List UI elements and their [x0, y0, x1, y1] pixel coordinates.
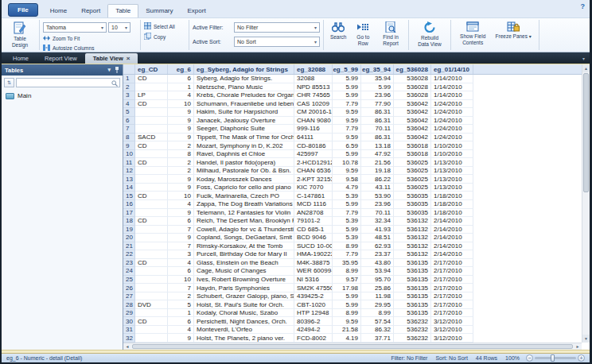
- grid-cell[interactable]: Ives, Robert Browning Overture: [194, 276, 294, 285]
- grid-cell[interactable]: 7.79: [333, 100, 361, 109]
- grid-cell[interactable]: CHAN 6536: [294, 167, 333, 176]
- grid-cell[interactable]: [135, 334, 168, 343]
- grid-cell[interactable]: CD: [135, 317, 168, 326]
- grid-cell[interactable]: [135, 226, 168, 234]
- grid-cell[interactable]: 2-HCD12912: [294, 158, 333, 167]
- zoom-in-button[interactable]: +: [578, 354, 585, 362]
- grid-cell[interactable]: [135, 167, 168, 176]
- grid-cell[interactable]: 13.18: [361, 141, 394, 150]
- grid-cell[interactable]: CM 20016-16: [294, 108, 333, 117]
- grid-cell[interactable]: 2/14/2010: [431, 226, 473, 234]
- ribbon-tab-table[interactable]: Table: [107, 4, 138, 17]
- grid-cell[interactable]: 9.59: [333, 108, 361, 117]
- grid-cell[interactable]: 9.59: [333, 117, 361, 126]
- grid-cell[interactable]: 536025: [394, 175, 431, 184]
- grid-cell[interactable]: CHR 74565: [294, 91, 333, 100]
- grid-cell[interactable]: 5.99: [333, 292, 361, 301]
- grid-row[interactable]: 267Haydn, Paris SymphoniesSM2K 4755017.9…: [123, 284, 582, 292]
- grid-cell[interactable]: 536025: [394, 184, 431, 192]
- row-number-cell[interactable]: 2: [123, 83, 135, 92]
- grid-cell[interactable]: 5: [168, 300, 194, 309]
- grid-cell[interactable]: 536028: [394, 75, 431, 83]
- grid-cell[interactable]: 25.86: [361, 284, 394, 292]
- grid-cell[interactable]: 536232: [394, 326, 431, 335]
- grid-row[interactable]: 69Janacek, Jealousy OvertureCHAN 90809.5…: [123, 117, 582, 126]
- help-icon[interactable]: ?: [581, 2, 586, 10]
- goto-row-button[interactable]: Go to Row: [350, 20, 376, 50]
- grid-cell[interactable]: [135, 209, 168, 218]
- grid-cell[interactable]: Handel, Il pastor fido(opera): [194, 158, 294, 167]
- grid-cell[interactable]: 536018: [394, 150, 431, 159]
- grid-cell[interactable]: 1/24/2010: [431, 117, 473, 126]
- sort-toggle-button[interactable]: ⇅: [4, 78, 14, 87]
- grid-cell[interactable]: CD: [135, 192, 168, 200]
- grid-cell[interactable]: 8.99: [361, 309, 394, 318]
- zoom-to-fit-button[interactable]: Zoom To Fit: [43, 35, 137, 42]
- find-in-report-button[interactable]: Find in Report: [377, 20, 404, 50]
- grid-column-header[interactable]: eg_CD: [135, 64, 168, 74]
- grid-cell[interactable]: 1/24/2010: [431, 125, 473, 134]
- grid-cell[interactable]: [135, 117, 168, 126]
- zoom-slider-thumb[interactable]: [551, 354, 555, 362]
- grid-cell[interactable]: [135, 184, 168, 192]
- grid-row[interactable]: 3LP4Krebs, Chorale Preludes for OrganCHR…: [123, 91, 582, 100]
- grid-cell[interactable]: 41.93: [361, 226, 394, 234]
- grid-cell[interactable]: 2: [168, 158, 194, 167]
- grid-cell[interactable]: 2/14/2010: [431, 234, 473, 242]
- grid-cell[interactable]: 5.99: [333, 226, 361, 234]
- grid-cell[interactable]: CD-80186: [294, 141, 333, 150]
- grid-cell[interactable]: 439425-2: [294, 292, 333, 301]
- grid-cell[interactable]: 2: [168, 141, 194, 150]
- grid-cell[interactable]: 536135: [394, 309, 431, 318]
- grid-cell[interactable]: 48.51: [361, 234, 394, 242]
- grid-row[interactable]: 122Milhaud, Pastorale for Ob. & Bsn.CHAN…: [123, 167, 582, 176]
- grid-row[interactable]: 23CD4Glass, Einstein on the BeachM4K-388…: [123, 259, 582, 268]
- grid-cell[interactable]: 425997: [294, 150, 333, 159]
- grid-row[interactable]: 179Telemann, 12 Fantasies for ViolinAN28…: [123, 209, 582, 218]
- row-number-cell[interactable]: 32: [123, 334, 135, 343]
- row-number-cell[interactable]: 16: [123, 200, 135, 209]
- grid-cell[interactable]: 3/12/2010: [431, 334, 473, 343]
- grid-cell[interactable]: 86.31: [361, 134, 394, 142]
- grid-cell[interactable]: 7: [168, 284, 194, 292]
- grid-cell[interactable]: 1/13/2010: [431, 167, 473, 176]
- grid-cell[interactable]: CD: [135, 75, 168, 83]
- grid-cell[interactable]: 11.98: [361, 292, 394, 301]
- grid-cell[interactable]: CD: [135, 217, 168, 226]
- grid-cell[interactable]: 42494-2: [294, 326, 333, 335]
- select-all-button[interactable]: Select All: [144, 22, 175, 30]
- grid-cell[interactable]: Glass, Einstein on the Beach: [194, 259, 294, 268]
- row-number-cell[interactable]: 9: [123, 141, 135, 150]
- grid-cell[interactable]: 9: [168, 334, 194, 343]
- grid-cell[interactable]: Schubert, Grazer Galopp, piano, Sch: [194, 292, 294, 301]
- row-number-cell[interactable]: 4: [123, 100, 135, 109]
- grid-row[interactable]: 291Kodaly, Choral Music, SzaboHTP 129488…: [123, 309, 582, 318]
- grid-cell[interactable]: [135, 242, 168, 251]
- row-number-cell[interactable]: 22: [123, 250, 135, 259]
- row-number-cell[interactable]: 12: [123, 167, 135, 176]
- grid-cell[interactable]: [135, 326, 168, 335]
- grid-cell[interactable]: 8.99: [333, 242, 361, 251]
- grid-cell[interactable]: Kodaly, Choral Music, Szabo: [194, 309, 294, 318]
- grid-cell[interactable]: 536025: [394, 167, 431, 176]
- grid-cell[interactable]: 536132: [394, 234, 431, 242]
- grid-cell[interactable]: 1/14/2010: [431, 91, 473, 100]
- grid-cell[interactable]: Ravel, Daphnis et Chloe: [194, 150, 294, 159]
- grid-cell[interactable]: 86.22: [361, 175, 394, 184]
- grid-cell[interactable]: 21.58: [333, 326, 361, 335]
- grid-cell[interactable]: 9: [168, 209, 194, 218]
- grid-cell[interactable]: 23.96: [361, 91, 394, 100]
- grid-cell[interactable]: Reich, The Desert Man, Brooklyn PO: [194, 217, 294, 226]
- grid-cell[interactable]: 9.59: [333, 134, 361, 142]
- grid-cell[interactable]: 1/13/2010: [431, 175, 473, 184]
- grid-cell[interactable]: 47.92: [361, 150, 394, 159]
- grid-cell[interactable]: 536132: [394, 250, 431, 259]
- grid-cell[interactable]: Fucik, Marinarella, Czech PO: [194, 192, 294, 200]
- grid-cell[interactable]: [135, 125, 168, 134]
- grid-cell[interactable]: Holst, St. Paul's Suite for Orch.: [194, 300, 294, 309]
- row-number-cell[interactable]: 7: [123, 125, 135, 134]
- grid-cell[interactable]: [135, 83, 168, 92]
- grid-cell[interactable]: 536025: [394, 158, 431, 167]
- grid-cell[interactable]: 536135: [394, 259, 431, 268]
- grid-cell[interactable]: 10.78: [333, 158, 361, 167]
